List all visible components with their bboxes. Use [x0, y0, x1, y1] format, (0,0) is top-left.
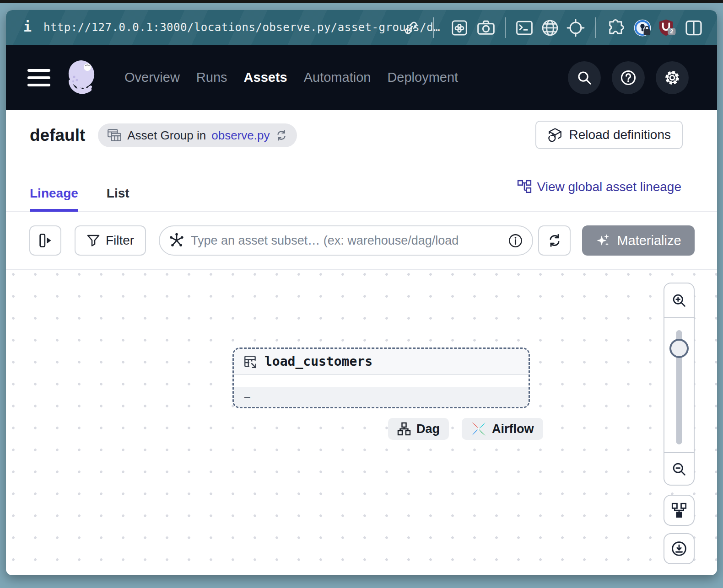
- gear-icon: [664, 69, 681, 86]
- tag-dag[interactable]: Dag: [388, 418, 449, 440]
- toolbar-divider: [505, 17, 506, 38]
- refresh-icon: [547, 233, 562, 248]
- download-icon: [671, 540, 687, 557]
- badge-file-link[interactable]: observe.py: [211, 128, 270, 143]
- tag-dag-label: Dag: [416, 422, 440, 436]
- asset-subset-input[interactable]: [191, 234, 502, 248]
- zoom-out-icon: [671, 461, 687, 477]
- split-view-icon[interactable]: [684, 18, 703, 37]
- browser-window: i http://127.0.0.1:3000/locations/observ…: [6, 10, 717, 575]
- lineage-toolbar: Filter: [6, 212, 717, 270]
- badge-prefix: Asset Group in: [127, 128, 206, 143]
- app-nav-bar: Overview Runs Assets Automation Deployme…: [6, 45, 717, 110]
- page-header: default Asset Group in observe.py: [6, 110, 717, 212]
- refresh-graph-button[interactable]: [538, 225, 571, 256]
- asset-node-load-customers[interactable]: load_customers –: [232, 347, 530, 408]
- asset-node-header: load_customers: [234, 349, 529, 375]
- copy-link-icon[interactable]: [401, 18, 421, 37]
- asset-node-name: load_customers: [264, 354, 372, 369]
- page-info-icon[interactable]: i: [23, 19, 32, 35]
- lineage-graph-icon: [517, 180, 532, 194]
- password-manager-icon[interactable]: [633, 18, 652, 37]
- panel-expand-icon: [38, 233, 53, 248]
- sparkle-icon: [595, 233, 611, 248]
- nav-item-assets[interactable]: Assets: [244, 70, 287, 85]
- lineage-canvas[interactable]: load_customers – Dag: [6, 270, 717, 575]
- help-icon: [620, 69, 637, 86]
- nav-items: Overview Runs Assets Automation Deployme…: [124, 70, 458, 85]
- extensions-puzzle-icon[interactable]: [606, 18, 626, 37]
- address-bar[interactable]: http://127.0.0.1:3000/locations/observe.…: [43, 21, 440, 34]
- desktop-edge: [0, 0, 723, 3]
- settings-button[interactable]: [656, 61, 689, 94]
- adblock-shield-icon[interactable]: 2: [658, 18, 677, 37]
- materialize-label: Materialize: [617, 233, 681, 248]
- browser-toolbar: i http://127.0.0.1:3000/locations/observ…: [6, 10, 717, 45]
- funnel-icon: [86, 234, 100, 247]
- zoom-control: [664, 283, 695, 486]
- download-image-button[interactable]: [664, 533, 695, 564]
- tab-lineage[interactable]: Lineage: [30, 186, 78, 211]
- view-tabs: Lineage List: [30, 186, 129, 211]
- toolbar-divider: [433, 17, 434, 38]
- asset-tags: Dag Airflow: [388, 418, 543, 440]
- zoom-in-button[interactable]: [664, 283, 694, 317]
- view-global-lineage-label: View global asset lineage: [537, 180, 681, 194]
- nav-item-overview[interactable]: Overview: [124, 70, 180, 85]
- dagster-logo[interactable]: [64, 59, 103, 97]
- tab-list[interactable]: List: [107, 186, 129, 211]
- help-button[interactable]: [612, 61, 645, 94]
- filter-label: Filter: [106, 233, 134, 248]
- refresh-icon[interactable]: [275, 129, 288, 142]
- page-title: default: [30, 126, 85, 145]
- search-button[interactable]: [568, 61, 601, 94]
- pick-element-icon[interactable]: [566, 18, 585, 37]
- toolbar-divider: [595, 17, 596, 38]
- search-icon: [576, 69, 593, 86]
- cube-reload-icon: [547, 127, 563, 143]
- graph-layout-icon: [671, 502, 687, 518]
- nav-item-runs[interactable]: Runs: [196, 70, 227, 85]
- asset-selection-icon: [169, 233, 184, 248]
- reload-definitions-button[interactable]: Reload definitions: [535, 121, 683, 149]
- view-global-lineage-link[interactable]: View global asset lineage: [517, 180, 681, 194]
- nav-actions: [568, 61, 689, 94]
- reader-mode-icon[interactable]: [450, 18, 469, 37]
- tag-airflow[interactable]: Airflow: [462, 418, 543, 440]
- table-stack-icon: [107, 128, 122, 143]
- filter-button[interactable]: Filter: [75, 225, 146, 256]
- zoom-slider[interactable]: [664, 317, 694, 453]
- airflow-icon: [471, 421, 486, 437]
- tag-airflow-label: Airflow: [492, 422, 534, 436]
- asset-subset-search[interactable]: [159, 225, 533, 256]
- zoom-slider-handle[interactable]: [669, 339, 689, 358]
- hamburger-menu-icon[interactable]: [27, 69, 50, 86]
- screenshot-camera-icon[interactable]: [476, 18, 496, 37]
- zoom-out-button[interactable]: [664, 453, 694, 485]
- zoom-in-icon: [671, 293, 687, 308]
- external-table-icon: [243, 354, 258, 369]
- globe-icon[interactable]: [540, 18, 560, 37]
- relayout-graph-button[interactable]: [664, 495, 695, 526]
- materialize-button[interactable]: Materialize: [582, 225, 695, 256]
- nav-item-deployment[interactable]: Deployment: [387, 70, 458, 85]
- info-icon[interactable]: [508, 233, 523, 248]
- materialization-status: –: [244, 390, 250, 404]
- terminal-icon[interactable]: [515, 18, 534, 37]
- asset-group-badge: Asset Group in observe.py: [98, 123, 297, 147]
- dag-icon: [397, 422, 411, 436]
- expand-panel-button[interactable]: [29, 225, 61, 256]
- shield-badge-count: 2: [670, 28, 673, 35]
- nav-item-automation[interactable]: Automation: [304, 70, 371, 85]
- reload-definitions-label: Reload definitions: [569, 128, 671, 142]
- asset-node-body: [234, 375, 529, 387]
- asset-node-status: –: [234, 387, 529, 407]
